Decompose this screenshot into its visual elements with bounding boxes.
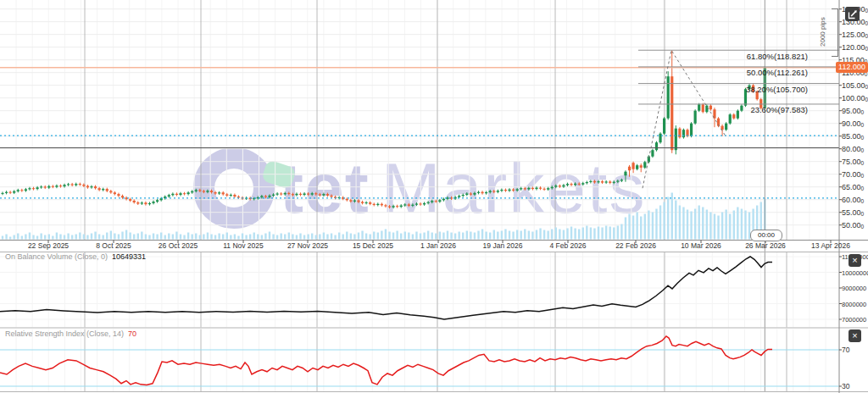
edit-icon <box>848 9 858 19</box>
obv-panel-header: On Balance Volume (Close, 0)10649331 <box>5 252 146 261</box>
pips-measure-label: 2000 pips <box>819 8 830 56</box>
edit-chart-button[interactable] <box>845 7 860 21</box>
zigzag-drawing <box>643 50 726 188</box>
rsi-title: Relative Strength Index (Close, 14) <box>5 329 124 338</box>
month-gridlines <box>85 0 787 392</box>
pips-measure-bracket <box>832 8 838 57</box>
current-price-tag: 112.000 <box>836 62 868 73</box>
obv-value: 10649331 <box>112 252 146 261</box>
candlestick-series <box>1 50 766 208</box>
horizontal-lines <box>0 68 839 198</box>
crosshair-time-tag: 00:00 <box>750 230 782 241</box>
trading-chart-window: tet Markets 135.000130.000125.000120.000… <box>0 0 868 393</box>
rsi-line <box>0 336 772 385</box>
rsi-value: 70 <box>128 329 136 338</box>
rsi-close-button[interactable]: × <box>849 329 861 342</box>
obv-close-button[interactable]: × <box>849 254 861 267</box>
rsi-panel-header: Relative Strength Index (Close, 14)70 <box>5 329 136 338</box>
obv-title: On Balance Volume (Close, 0) <box>5 252 108 261</box>
